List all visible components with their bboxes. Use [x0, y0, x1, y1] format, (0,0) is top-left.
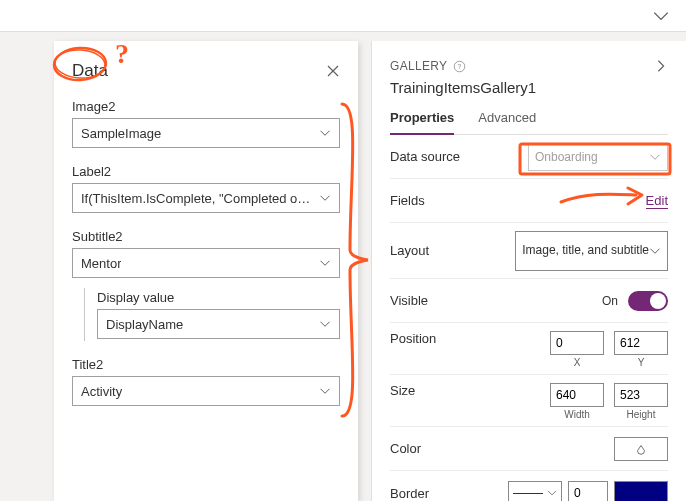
- edit-fields-link[interactable]: Edit: [646, 193, 668, 209]
- select-value: Image, title, and subtitle: [522, 243, 649, 258]
- display-value-group: Display value DisplayName: [84, 288, 340, 341]
- properties-tabs: Properties Advanced: [390, 110, 668, 135]
- row-label: Position: [390, 331, 550, 346]
- chevron-down-icon: [319, 318, 331, 330]
- select-value: Onboarding: [535, 150, 598, 164]
- row-border: Border: [390, 471, 668, 501]
- tab-properties[interactable]: Properties: [390, 110, 454, 135]
- layout-select[interactable]: Image, title, and subtitle: [515, 231, 668, 271]
- field-image2: Image2 SampleImage: [72, 99, 340, 148]
- visible-toggle[interactable]: [628, 291, 668, 311]
- dropdown-value: SampleImage: [81, 126, 161, 141]
- field-subtitle2: Subtitle2 Mentor Display value DisplayNa…: [72, 229, 340, 341]
- display-value-dropdown[interactable]: DisplayName: [97, 309, 340, 339]
- chevron-down-icon[interactable]: [652, 7, 670, 25]
- help-icon[interactable]: ?: [453, 60, 466, 73]
- data-source-select[interactable]: Onboarding: [528, 143, 668, 171]
- field-label: Image2: [72, 99, 340, 114]
- close-icon[interactable]: [326, 64, 340, 78]
- row-label: Layout: [390, 243, 515, 258]
- chevron-down-icon: [319, 192, 331, 204]
- row-layout: Layout Image, title, and subtitle: [390, 223, 668, 279]
- border-width-input[interactable]: [568, 481, 608, 501]
- field-label: Subtitle2: [72, 229, 340, 244]
- row-label: Fields: [390, 193, 646, 208]
- svg-text:?: ?: [458, 62, 462, 69]
- subtitle2-dropdown[interactable]: Mentor: [72, 248, 340, 278]
- row-label: Size: [390, 383, 550, 398]
- properties-panel: GALLERY ? TrainingItemsGallery1 Properti…: [371, 41, 686, 501]
- caption: Height: [627, 409, 656, 420]
- field-title2: Title2 Activity: [72, 357, 340, 406]
- chevron-down-icon: [319, 127, 331, 139]
- component-type: GALLERY: [390, 59, 447, 73]
- position-y-input[interactable]: [614, 331, 668, 355]
- field-label: Display value: [97, 290, 340, 305]
- row-fields: Fields Edit: [390, 179, 668, 223]
- chevron-down-icon: [547, 488, 557, 498]
- color-swatch[interactable]: [614, 437, 668, 461]
- row-label: Visible: [390, 293, 602, 308]
- title2-dropdown[interactable]: Activity: [72, 376, 340, 406]
- row-size: Size Width Height: [390, 375, 668, 427]
- panel-header: GALLERY ?: [390, 59, 668, 73]
- position-x-input[interactable]: [550, 331, 604, 355]
- field-label: Title2: [72, 357, 340, 372]
- dropdown-value: DisplayName: [106, 317, 183, 332]
- row-visible: Visible On: [390, 279, 668, 323]
- chevron-down-icon: [319, 257, 331, 269]
- chevron-down-icon: [649, 151, 661, 163]
- caption: X: [574, 357, 581, 368]
- row-color: Color: [390, 427, 668, 471]
- dropdown-value: Mentor: [81, 256, 121, 271]
- field-label: Label2: [72, 164, 340, 179]
- row-label: Color: [390, 441, 614, 456]
- field-label2: Label2 If(ThisItem.IsComplete, "Complete…: [72, 164, 340, 213]
- toggle-state: On: [602, 294, 618, 308]
- caption: Y: [638, 357, 645, 368]
- top-bar: [0, 0, 686, 32]
- image2-dropdown[interactable]: SampleImage: [72, 118, 340, 148]
- size-height-input[interactable]: [614, 383, 668, 407]
- caption: Width: [564, 409, 590, 420]
- data-panel: Data Image2 SampleImage Label2 If(ThisIt…: [54, 41, 358, 501]
- row-label: Data source: [390, 149, 528, 164]
- tab-advanced[interactable]: Advanced: [478, 110, 536, 134]
- dropdown-value: If(ThisItem.IsComplete, "Completed on " …: [81, 191, 313, 206]
- fill-icon: [634, 442, 648, 456]
- size-width-input[interactable]: [550, 383, 604, 407]
- chevron-down-icon: [319, 385, 331, 397]
- chevron-right-icon[interactable]: [654, 59, 668, 73]
- border-style-select[interactable]: [508, 481, 562, 501]
- chevron-down-icon: [649, 245, 661, 257]
- row-data-source: Data source Onboarding: [390, 135, 668, 179]
- dropdown-value: Activity: [81, 384, 122, 399]
- border-color-swatch[interactable]: [614, 481, 668, 501]
- row-position: Position X Y: [390, 323, 668, 375]
- data-panel-title: Data: [72, 61, 108, 81]
- row-label: Border: [390, 486, 508, 501]
- app-stage: Data Image2 SampleImage Label2 If(ThisIt…: [0, 0, 686, 501]
- gallery-name: TrainingItemsGallery1: [390, 79, 668, 96]
- label2-dropdown[interactable]: If(ThisItem.IsComplete, "Completed on " …: [72, 183, 340, 213]
